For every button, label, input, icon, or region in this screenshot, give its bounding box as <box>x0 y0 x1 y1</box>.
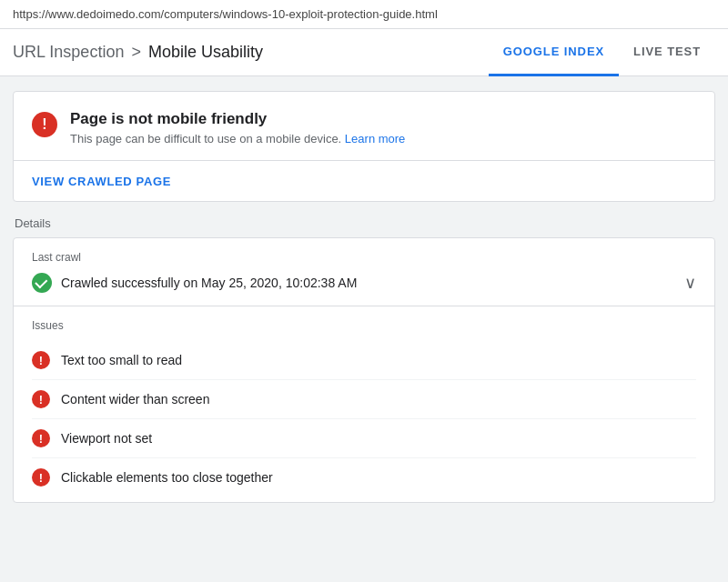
status-card: ! Page is not mobile friendly This page … <box>13 91 715 202</box>
breadcrumb-parent[interactable]: URL Inspection <box>13 43 124 62</box>
issue-error-icon-4: ! <box>32 468 50 487</box>
status-description: This page can be difficult to use on a m… <box>70 132 405 146</box>
success-icon <box>32 273 52 293</box>
status-title: Page is not mobile friendly <box>70 110 405 128</box>
view-crawled-section: VIEW CRAWLED PAGE <box>14 161 714 201</box>
details-label: Details <box>13 216 715 230</box>
tabs: GOOGLE INDEX LIVE TEST <box>489 29 715 75</box>
breadcrumb: URL Inspection > Mobile Usability <box>13 43 263 62</box>
breadcrumb-current: Mobile Usability <box>148 43 263 62</box>
issue-error-icon-1: ! <box>32 351 50 369</box>
expand-crawl-button[interactable]: ∨ <box>684 273 696 293</box>
tab-google-index[interactable]: GOOGLE INDEX <box>489 29 619 76</box>
crawl-section: Last crawl Crawled successfully on May 2… <box>14 238 714 306</box>
issues-section: Issues ! Text too small to read ! Conten… <box>14 306 714 502</box>
issue-text-4: Clickable elements too close together <box>61 470 273 485</box>
tab-live-test[interactable]: LIVE TEST <box>619 29 715 76</box>
breadcrumb-separator: > <box>131 43 141 62</box>
status-text: Page is not mobile friendly This page ca… <box>70 110 405 146</box>
issue-error-icon-3: ! <box>32 429 50 447</box>
issue-text-3: Viewport not set <box>61 431 152 446</box>
issues-label: Issues <box>32 319 696 332</box>
issue-row: ! Text too small to read <box>32 341 696 380</box>
issue-row: ! Viewport not set <box>32 419 696 458</box>
learn-more-link[interactable]: Learn more <box>345 132 405 146</box>
url-text: https://www.dedoimedo.com/computers/wind… <box>13 7 438 21</box>
crawl-label: Last crawl <box>32 251 696 264</box>
crawl-text: Crawled successfully on May 25, 2020, 10… <box>61 276 357 290</box>
crawl-row: Crawled successfully on May 25, 2020, 10… <box>32 273 696 293</box>
details-card: Last crawl Crawled successfully on May 2… <box>13 237 715 503</box>
url-bar: https://www.dedoimedo.com/computers/wind… <box>0 0 728 29</box>
issue-error-icon-2: ! <box>32 390 50 408</box>
main-content: ! Page is not mobile friendly This page … <box>0 76 728 517</box>
error-icon: ! <box>32 112 57 137</box>
issue-row: ! Content wider than screen <box>32 380 696 419</box>
header: URL Inspection > Mobile Usability GOOGLE… <box>0 29 728 76</box>
view-crawled-button[interactable]: VIEW CRAWLED PAGE <box>32 175 171 188</box>
status-section: ! Page is not mobile friendly This page … <box>14 92 714 146</box>
crawl-info: Crawled successfully on May 25, 2020, 10… <box>32 273 357 293</box>
issue-row: ! Clickable elements too close together <box>32 458 696 497</box>
issue-text-1: Text too small to read <box>61 353 182 367</box>
issue-text-2: Content wider than screen <box>61 392 209 406</box>
